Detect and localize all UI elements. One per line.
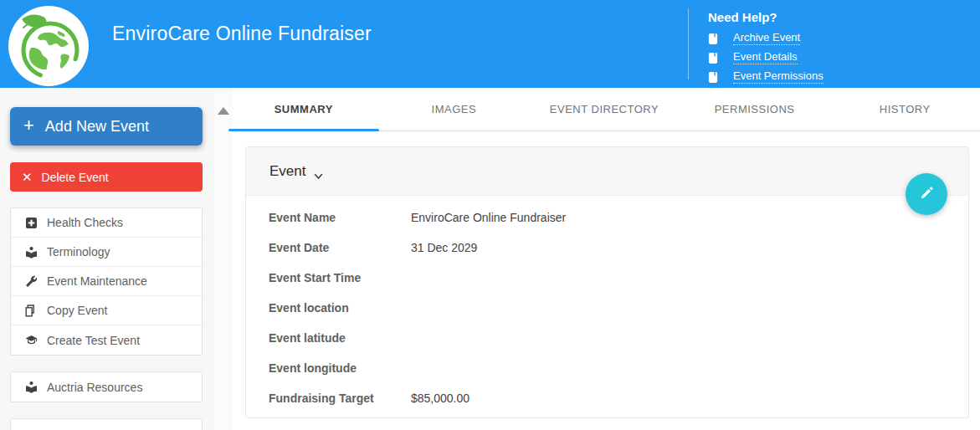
help-link-label[interactable]: Event Details [733,50,798,64]
plus-icon: + [23,115,34,136]
event-fields: Event Name EnviroCare Online Fundraiser … [246,196,968,413]
wrench-icon [25,275,38,288]
field-label: Event Name [269,211,411,224]
help-link-event-details[interactable]: Event Details [708,50,980,64]
field-value: EnviroCare Online Fundraiser [411,211,566,224]
field-label: Event location [269,301,411,315]
field-label: Event Start Time [269,271,411,284]
sidebar-item-terminology[interactable]: Terminology [11,238,202,267]
sidebar-item-auctria-resources[interactable]: Auctria Resources [11,372,202,402]
sidebar-menu: Health Checks Terminology Event Maintena… [10,207,203,356]
tab-history[interactable]: HISTORY [829,88,980,131]
delete-event-label: Delete Event [42,171,109,184]
reader-book-icon [25,381,38,393]
field-row-event-longitude: Event longitude [246,353,968,383]
sidebar-partial-card [10,418,203,430]
book-icon [708,33,718,44]
sidebar-item-event-maintenance[interactable]: Event Maintenance [11,267,202,296]
delete-event-button[interactable]: ✕ Delete Event [10,162,203,192]
book-icon [708,52,718,63]
field-row-event-date: Event Date 31 Dec 2029 [246,233,968,263]
help-link-label[interactable]: Archive Event [733,31,800,45]
sidebar-resources-card: Auctria Resources [10,371,203,402]
sidebar-item-copy-event[interactable]: Copy Event [11,296,202,325]
health-plus-icon [25,217,38,229]
help-link-label[interactable]: Event Permissions [733,69,824,84]
sidebar-item-label: Auctria Resources [47,381,142,394]
field-row-event-name: Event Name EnviroCare Online Fundraiser [246,202,968,233]
sidebar-item-label: Health Checks [47,216,123,229]
tab-permissions[interactable]: PERMISSIONS [680,88,830,131]
help-panel-title: Need Help? [708,10,980,24]
sidebar-item-label: Terminology [47,245,110,259]
field-row-event-latitude: Event latitude [246,323,968,353]
top-header: EnviroCare Online Fundraiser Need Help? … [0,0,980,88]
tab-event-directory[interactable]: EVENT DIRECTORY [529,88,680,131]
field-value: 31 Dec 2029 [411,241,477,254]
envirocare-globe-logo-icon [8,6,89,86]
reader-book-icon [25,246,38,259]
field-label: Event Date [269,241,411,254]
close-x-icon: ✕ [22,170,33,185]
field-row-event-location: Event location [246,293,968,323]
tab-images[interactable]: IMAGES [379,88,530,131]
sidebar-item-create-test-event[interactable]: Create Test Event [11,325,202,355]
help-link-archive-event[interactable]: Archive Event [708,31,980,45]
help-link-event-permissions[interactable]: Event Permissions [708,69,980,84]
event-card-title: Event [269,163,305,180]
page-title: EnviroCare Online Fundraiser [112,23,372,45]
help-panel: Need Help? Archive Event Event Details E… [688,8,980,79]
add-new-event-button[interactable]: + Add New Event [10,107,203,146]
left-sidebar: + Add New Event ✕ Delete Event Health Ch… [0,88,214,430]
app-window: EnviroCare Online Fundraiser Need Help? … [0,0,980,430]
field-label: Fundraising Target [269,392,411,405]
collapse-sidebar-arrow-icon[interactable] [218,107,229,115]
add-new-event-label: Add New Event [45,118,149,136]
edit-event-button[interactable] [906,173,947,215]
tab-bar: SUMMARY IMAGES EVENT DIRECTORY PERMISSIO… [228,88,980,131]
sidebar-item-label: Event Maintenance [47,274,147,288]
field-row-event-start-time: Event Start Time [246,263,968,293]
sidebar-item-label: Copy Event [47,304,107,317]
sidebar-collapse-gutter [214,88,233,430]
event-summary-card: Event Event Name EnviroCare Online Fundr… [245,146,969,418]
sidebar-item-label: Create Test Event [47,334,140,347]
chevron-down-icon [314,168,323,175]
pencil-icon [919,186,934,203]
graduation-cap-icon [25,334,38,346]
sidebar-item-health-checks[interactable]: Health Checks [11,208,202,238]
field-value: $85,000.00 [411,392,469,405]
book-icon [708,71,718,82]
event-card-header[interactable]: Event [246,147,968,196]
main-content: SUMMARY IMAGES EVENT DIRECTORY PERMISSIO… [233,88,980,430]
field-row-fundraising-target: Fundraising Target $85,000.00 [246,383,968,413]
field-label: Event latitude [269,331,411,345]
field-label: Event longitude [269,361,411,375]
sidebar-item-partial [11,419,202,430]
tab-summary[interactable]: SUMMARY [228,88,379,131]
copy-icon [25,305,38,317]
